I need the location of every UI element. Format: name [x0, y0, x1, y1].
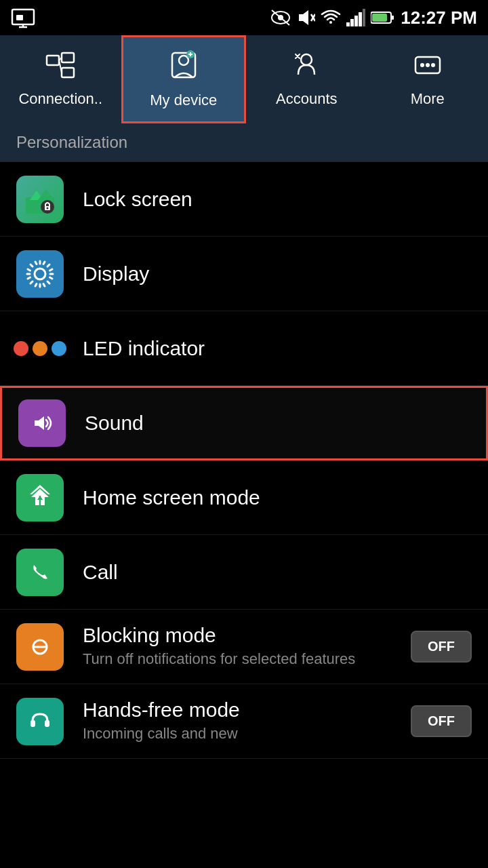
- settings-item-led-indicator[interactable]: LED indicator: [0, 311, 488, 386]
- led-indicator-title: LED indicator: [83, 337, 472, 360]
- svg-point-31: [426, 63, 430, 67]
- blocking-mode-title: Blocking mode: [83, 624, 411, 647]
- status-left-icons: [11, 5, 35, 30]
- blocking-mode-icon: [16, 623, 64, 671]
- home-screen-mode-icon: [16, 474, 64, 521]
- svg-rect-55: [30, 720, 35, 727]
- led-dot-blue: [52, 341, 66, 356]
- hands-free-mode-toggle-label[interactable]: OFF: [411, 705, 472, 737]
- tab-mydevice-label: My device: [150, 92, 217, 109]
- lock-screen-title: Lock screen: [83, 188, 472, 211]
- settings-item-blocking-mode[interactable]: Blocking mode Turn off notifications for…: [0, 610, 488, 684]
- led-dot-red: [14, 341, 28, 356]
- mute-icon: [296, 7, 315, 28]
- svg-marker-7: [299, 10, 308, 25]
- blocking-mode-subtitle: Turn off notifications for selected feat…: [83, 650, 411, 669]
- svg-rect-1: [16, 15, 23, 20]
- status-bar: 12:27 PM: [0, 0, 488, 35]
- svg-point-28: [301, 54, 312, 65]
- led-indicator-text: LED indicator: [83, 337, 472, 360]
- svg-rect-12: [354, 16, 358, 26]
- lock-screen-text: Lock screen: [83, 188, 472, 211]
- sound-icon: [18, 399, 66, 447]
- svg-point-54: [26, 707, 54, 736]
- svg-line-6: [272, 10, 289, 25]
- section-header-personalization: Personalization: [0, 123, 488, 162]
- tab-more[interactable]: More: [367, 35, 489, 123]
- led-indicator-icon: [16, 325, 64, 372]
- hands-free-mode-icon: [16, 698, 64, 745]
- svg-point-50: [26, 558, 54, 587]
- sound-text: Sound: [85, 412, 470, 435]
- settings-item-home-screen-mode[interactable]: Home screen mode: [0, 460, 488, 535]
- settings-item-lock-screen[interactable]: Lock screen: [0, 162, 488, 237]
- sound-title: Sound: [85, 412, 470, 435]
- hands-free-mode-title: Hands-free mode: [83, 698, 411, 722]
- tab-bar: Connection.. My device Accounts: [0, 35, 488, 123]
- svg-rect-20: [62, 68, 74, 77]
- led-dot-orange: [33, 341, 47, 356]
- svg-rect-11: [350, 19, 354, 26]
- svg-rect-14: [363, 9, 365, 26]
- status-right-icons: 12:27 PM: [270, 7, 477, 28]
- tab-accounts-label: Accounts: [276, 90, 338, 108]
- home-screen-mode-title: Home screen mode: [83, 486, 472, 509]
- svg-point-24: [179, 56, 188, 65]
- hands-free-mode-text: Hands-free mode Incoming calls and new: [83, 698, 411, 744]
- settings-item-call[interactable]: Call: [0, 535, 488, 610]
- tab-connections[interactable]: Connection..: [0, 35, 121, 123]
- svg-rect-16: [391, 16, 394, 20]
- more-icon: [413, 52, 443, 85]
- svg-point-30: [420, 63, 424, 67]
- settings-list: Lock screen Display LED indicator: [0, 162, 488, 759]
- call-title: Call: [83, 561, 472, 584]
- signal-icon: [346, 9, 365, 26]
- display-text: Display: [83, 262, 472, 285]
- wifi-icon: [321, 9, 341, 26]
- blocking-mode-toggle-label[interactable]: OFF: [411, 631, 472, 663]
- svg-point-41: [47, 207, 49, 209]
- svg-rect-56: [45, 720, 49, 727]
- lock-screen-icon: [16, 176, 64, 223]
- svg-rect-18: [47, 56, 59, 65]
- svg-rect-19: [62, 53, 74, 62]
- blocking-mode-text: Blocking mode Turn off notifications for…: [83, 624, 411, 669]
- hands-free-mode-subtitle: Incoming calls and new: [83, 724, 411, 744]
- screen-icon: [11, 5, 35, 30]
- mydevice-icon: [169, 50, 198, 86]
- settings-item-display[interactable]: Display: [0, 237, 488, 311]
- tab-connections-label: Connection..: [18, 90, 102, 108]
- svg-rect-13: [359, 12, 362, 26]
- blocking-mode-toggle[interactable]: OFF: [411, 631, 472, 663]
- settings-item-hands-free-mode[interactable]: Hands-free mode Incoming calls and new O…: [0, 684, 488, 759]
- display-icon: [16, 250, 64, 298]
- status-time: 12:27 PM: [401, 7, 477, 28]
- svg-rect-17: [372, 14, 387, 22]
- hands-free-mode-toggle[interactable]: OFF: [411, 705, 472, 737]
- svg-point-32: [431, 63, 435, 67]
- tab-mydevice[interactable]: My device: [121, 35, 247, 123]
- accounts-icon: [291, 52, 321, 85]
- tab-more-label: More: [411, 90, 445, 108]
- display-title: Display: [83, 262, 472, 285]
- call-text: Call: [83, 561, 472, 584]
- connections-icon: [45, 52, 75, 85]
- eye-icon: [270, 9, 291, 26]
- call-icon: [16, 549, 64, 596]
- tab-accounts[interactable]: Accounts: [246, 35, 367, 123]
- settings-item-sound[interactable]: Sound: [0, 386, 488, 460]
- svg-point-42: [35, 269, 45, 279]
- battery-icon: [371, 10, 395, 25]
- svg-rect-10: [346, 22, 350, 26]
- home-screen-mode-text: Home screen mode: [83, 486, 472, 509]
